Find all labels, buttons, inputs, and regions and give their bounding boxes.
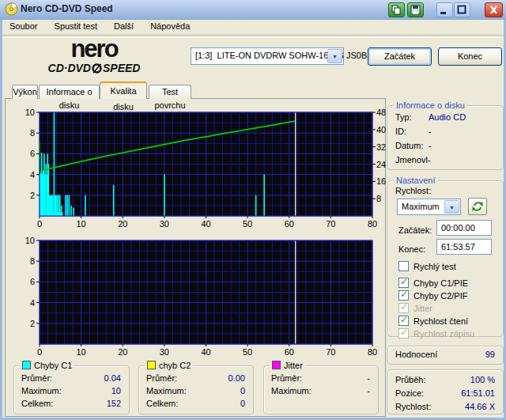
menu-napoveda[interactable]: Nápověda [143,19,197,35]
checkbox-box: ✓ [398,290,409,301]
speed-select[interactable]: Maximum ▼ [397,199,461,215]
svg-text:10: 10 [25,108,35,117]
c2-celkem-value: 0 [240,399,245,408]
svg-text:2: 2 [30,191,35,200]
disc-info-group: Informace o disku Typ:Audio CD ID:- Datu… [387,105,504,170]
checkbox-label: Chyby C1/PIE [413,278,468,288]
svg-text:4: 4 [30,298,35,308]
close-button[interactable] [485,2,503,17]
stats-jitter: Jitter Průměr:- Maximum:- [263,365,379,414]
typ-value: Audio CD [429,112,466,122]
start-button-label: Začátek [384,51,415,61]
cd-icon [5,2,18,16]
menu-dalsi[interactable]: Další [107,19,141,35]
c2-celkem-label: Celkem: [146,399,178,408]
stop-button-label: Konec [458,51,482,61]
close-icon [487,5,500,15]
svg-text:48: 48 [376,108,386,117]
c1-maximum-label: Maximum: [21,386,62,395]
svg-text:0: 0 [37,347,42,357]
title-bar[interactable]: Nero CD-DVD Speed [0,0,506,20]
svg-text:0: 0 [37,219,42,229]
save-button[interactable] [407,2,424,17]
jmenovka-label: Jmenovl- [395,155,431,165]
checkbox-box: ✓ [398,316,409,326]
svg-text:24: 24 [376,160,386,169]
chevron-down-icon[interactable]: ▼ [444,200,459,214]
tab-vykon[interactable]: Výkon [12,85,38,99]
svg-text:2: 2 [30,319,35,328]
checkbox-box: ✓ [398,261,409,271]
rychlost-value: 44.66 X [465,402,495,411]
c1-prumer-value: 0.04 [104,373,121,383]
drive-select[interactable]: [1:3] LITE-ON DVDRW SOHW-1673S JS0B ▼ [191,47,344,65]
window-title: Nero CD-DVD Speed [21,3,113,14]
check-icon: ✓ [400,289,408,300]
logo-speed-text: SPEED [103,62,140,74]
svg-text:30: 30 [160,219,169,229]
typ-label: Typ: [395,112,412,122]
c1-celkem-label: Celkem: [21,399,53,408]
svg-text:80: 80 [368,347,377,357]
datum-label: Datum: [395,141,423,150]
checkbox-box: ✓ [398,328,409,339]
svg-text:8: 8 [30,256,35,266]
svg-text:70: 70 [326,347,335,357]
c1-maximum-value: 10 [111,386,121,395]
score-value: 99 [485,350,495,359]
jitter-prumer-label: Průměr: [271,373,302,383]
logo-cddvd-text: CD·DVD [48,62,91,74]
svg-text:6: 6 [30,149,35,158]
checkbox-box: ✓ [398,278,409,288]
disc-info-title: Informace o disku [394,100,467,110]
jitter-maximum-value: - [367,386,370,395]
start-button[interactable]: Začátek [368,47,432,66]
svg-text:32: 32 [376,142,386,152]
pozice-value: 61:51.01 [461,388,495,398]
menu-spustit-test[interactable]: Spustit test [47,19,104,35]
datum-value: - [429,141,432,150]
c1-color-swatch [22,361,31,369]
prubeh-label: Průběh: [395,375,426,384]
range-end-label: Konec: [398,244,425,254]
checkbox-label: Rychlost zápisu [413,329,474,339]
maximize-icon [456,5,468,15]
svg-text:40: 40 [201,219,210,229]
disc-icon [92,63,102,74]
save-icon [410,5,421,15]
app-window: Nero CD-DVD Speed [0,0,506,420]
tab-kvalita-disku[interactable]: Kvalita disku [100,81,147,99]
tab-informace-o-disku[interactable]: Informace o disku [39,85,100,99]
maximize-button[interactable] [454,2,470,17]
copy-button[interactable] [388,2,405,17]
speed-select-value: Maximum [402,202,440,211]
c1-prumer-label: Průměr: [21,373,52,383]
checkbox-label: Jitter [413,304,432,313]
tab-test-povrchu[interactable]: Test povrchu [149,85,191,99]
range-start-input[interactable]: 00:00.00 [436,220,492,236]
c2-errors-chart: 01020304050607080246810 [7,234,388,359]
progress-box: Průběh:100 % Pozice:61:51.01 Rychlost:44… [387,369,504,414]
range-end-input[interactable]: 61:53.57 [436,239,492,255]
checkbox-label: Chyby C2/PIF [413,291,467,301]
svg-text:20: 20 [118,347,127,357]
svg-text:60: 60 [285,219,294,229]
chevron-down-icon[interactable]: ▼ [327,49,342,63]
svg-text:20: 20 [118,219,127,229]
rychlost-label: Rychlost: [395,402,431,411]
check-icon: ✓ [400,301,408,312]
nero-logo-text: nero [18,36,170,61]
refresh-button[interactable] [468,198,487,215]
svg-text:30: 30 [160,347,169,357]
svg-text:40: 40 [376,125,386,134]
svg-text:16: 16 [376,176,386,186]
svg-text:50: 50 [243,219,252,229]
minimize-button[interactable] [436,2,453,17]
jitter-prumer-value: - [367,373,370,383]
stop-button[interactable]: Konec [438,47,502,66]
c1-stats-title: Chyby C1 [34,361,72,370]
menu-soubor[interactable]: Soubor [2,19,44,35]
speed-label: Rychlost: [395,186,431,195]
check-icon: ✓ [400,327,408,338]
settings-group: Nastavení Rychlost: Maximum ▼ Začátek: 0… [387,180,504,337]
